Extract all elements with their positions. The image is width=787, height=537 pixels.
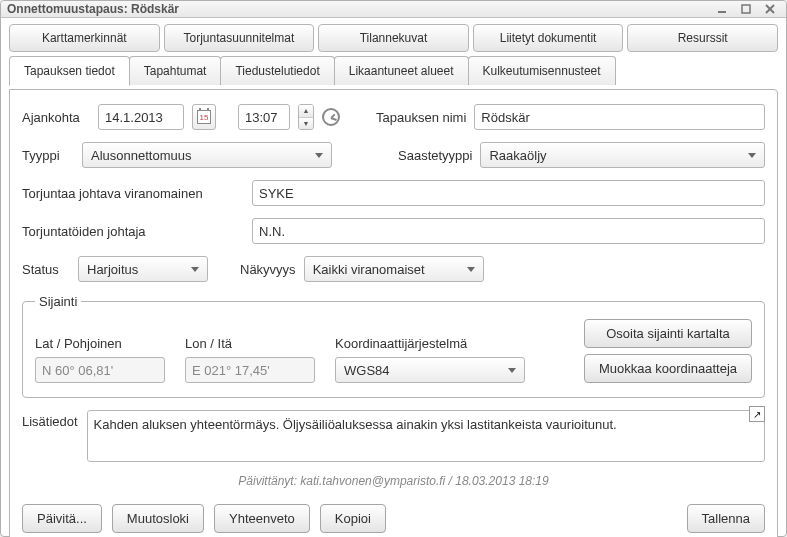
tyyppi-value: Alusonnettomuus — [91, 148, 191, 163]
lisatiedot-label: Lisätiedot — [22, 410, 79, 429]
coord-label: Koordinaattijärjestelmä — [335, 336, 525, 351]
saastetyyppi-select[interactable]: Raakaöljy — [480, 142, 765, 168]
date-input[interactable] — [98, 104, 184, 130]
updated-text: Päivittänyt: kati.tahvonen@ymparisto.fi … — [22, 474, 765, 488]
spinner-up-icon[interactable]: ▲ — [299, 105, 313, 118]
lisatiedot-textarea[interactable] — [87, 410, 765, 462]
footer-buttons: Päivitä... Muutosloki Yhteenveto Kopioi … — [22, 504, 765, 533]
time-input[interactable] — [238, 104, 290, 130]
calendar-icon: 15 — [197, 110, 211, 124]
calendar-button[interactable]: 15 — [192, 104, 216, 130]
muutosloki-button[interactable]: Muutosloki — [112, 504, 204, 533]
status-value: Harjoitus — [87, 262, 138, 277]
spinner-down-icon[interactable]: ▼ — [299, 118, 313, 130]
tyyppi-label: Tyyppi — [22, 148, 74, 163]
viranomainen-label: Torjuntaa johtava viranomainen — [22, 186, 244, 201]
primary-tabs: Karttamerkinnät Torjuntasuunnitelmat Til… — [9, 24, 778, 52]
row-lisatiedot: Lisätiedot ↗ — [22, 410, 765, 462]
nakyvyys-value: Kaikki viranomaiset — [313, 262, 425, 277]
tab-likaantuneet-alueet[interactable]: Likaantuneet alueet — [334, 56, 469, 85]
lat-label: Lat / Pohjoinen — [35, 336, 165, 351]
form-panel: Ajankohta 15 ▲ ▼ Tapauksen nimi Tyyppi — [9, 89, 778, 537]
row-ajankohta: Ajankohta 15 ▲ ▼ Tapauksen nimi — [22, 104, 765, 130]
tab-liitetyt-dokumentit[interactable]: Liitetyt dokumentit — [473, 24, 624, 52]
lon-label: Lon / Itä — [185, 336, 315, 351]
app-window: Onnettomuustapaus: Rödskär Karttamerkinn… — [0, 0, 787, 537]
row-viranomainen: Torjuntaa johtava viranomainen — [22, 180, 765, 206]
content-area: Karttamerkinnät Torjuntasuunnitelmat Til… — [1, 18, 786, 537]
paivita-button[interactable]: Päivitä... — [22, 504, 102, 533]
row-tyyppi: Tyyppi Alusonnettomuus Saastetyyppi Raak… — [22, 142, 765, 168]
tyyppi-select[interactable]: Alusonnettomuus — [82, 142, 332, 168]
titlebar: Onnettomuustapaus: Rödskär — [1, 1, 786, 18]
tab-tiedustelutiedot[interactable]: Tiedustelutiedot — [220, 56, 334, 85]
clock-icon — [322, 108, 340, 126]
tallenna-button[interactable]: Tallenna — [687, 504, 765, 533]
coord-select[interactable]: WGS84 — [335, 357, 525, 383]
osoita-sijainti-button[interactable]: Osoita sijainti kartalta — [584, 319, 752, 348]
kopioi-button[interactable]: Kopioi — [320, 504, 386, 533]
svg-rect-1 — [742, 5, 750, 13]
ajankohta-label: Ajankohta — [22, 110, 90, 125]
yhteenveto-button[interactable]: Yhteenveto — [214, 504, 310, 533]
saastetyyppi-label: Saastetyyppi — [398, 148, 472, 163]
expand-icon[interactable]: ↗ — [749, 406, 765, 422]
window-title: Onnettomuustapaus: Rödskär — [7, 2, 708, 16]
row-status: Status Harjoitus Näkyvyys Kaikki viranom… — [22, 256, 765, 282]
tab-resurssit[interactable]: Resurssit — [627, 24, 778, 52]
tab-kulkeutumisennusteet[interactable]: Kulkeutumisennusteet — [468, 56, 616, 85]
status-select[interactable]: Harjoitus — [78, 256, 208, 282]
lon-input — [185, 357, 315, 383]
time-spinner[interactable]: ▲ ▼ — [298, 104, 314, 130]
coord-value: WGS84 — [344, 363, 390, 378]
tab-torjuntasuunnitelmat[interactable]: Torjuntasuunnitelmat — [164, 24, 315, 52]
row-johtaja: Torjuntatöiden johtaja — [22, 218, 765, 244]
sijainti-legend: Sijainti — [35, 294, 81, 309]
tab-tilannekuvat[interactable]: Tilannekuvat — [318, 24, 469, 52]
sijainti-fieldset: Sijainti Lat / Pohjoinen Lon / Itä Koord… — [22, 294, 765, 398]
tapauksen-nimi-label: Tapauksen nimi — [376, 110, 466, 125]
lat-input — [35, 357, 165, 383]
close-button[interactable] — [760, 1, 780, 17]
secondary-tabs: Tapauksen tiedot Tapahtumat Tiedusteluti… — [9, 56, 778, 85]
tab-karttamerkinnat[interactable]: Karttamerkinnät — [9, 24, 160, 52]
status-label: Status — [22, 262, 70, 277]
muokkaa-koordinaatteja-button[interactable]: Muokkaa koordinaatteja — [584, 354, 752, 383]
viranomainen-input[interactable] — [252, 180, 765, 206]
saastetyyppi-value: Raakaöljy — [489, 148, 546, 163]
tapauksen-nimi-input[interactable] — [474, 104, 765, 130]
nakyvyys-label: Näkyvyys — [240, 262, 296, 277]
minimize-button[interactable] — [712, 1, 732, 17]
maximize-button[interactable] — [736, 1, 756, 17]
johtaja-input[interactable] — [252, 218, 765, 244]
nakyvyys-select[interactable]: Kaikki viranomaiset — [304, 256, 484, 282]
tab-tapahtumat[interactable]: Tapahtumat — [129, 56, 222, 85]
tab-tapauksen-tiedot[interactable]: Tapauksen tiedot — [9, 56, 130, 86]
johtaja-label: Torjuntatöiden johtaja — [22, 224, 244, 239]
